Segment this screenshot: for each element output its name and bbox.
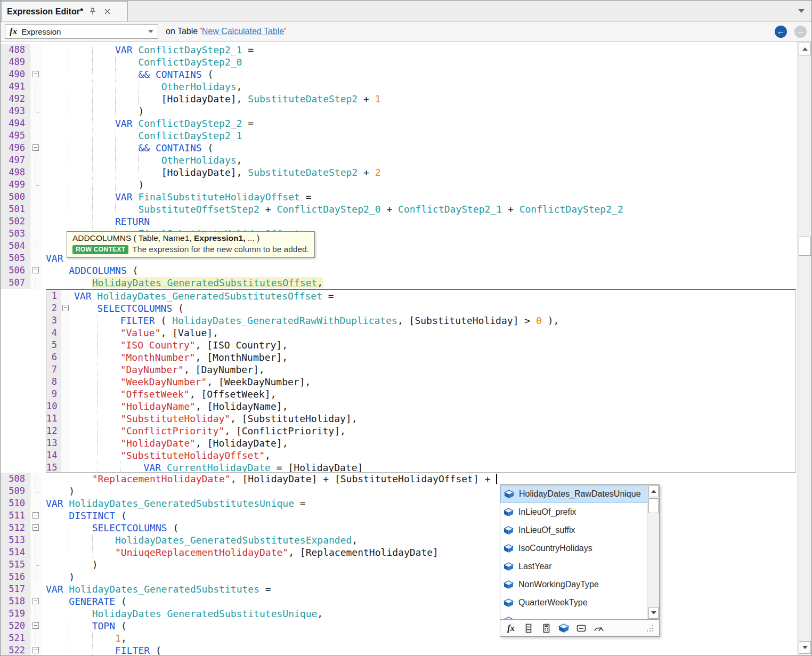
code-editor[interactable]: 488VAR ConflictDayStep2_1 =489ConflictDa…: [1, 42, 797, 656]
fold-collapse-icon[interactable]: [30, 644, 42, 656]
code-line[interactable]: 502RETURN: [1, 215, 797, 228]
scroll-up-icon[interactable]: [648, 485, 659, 497]
fold-collapse-icon[interactable]: [61, 302, 71, 314]
autocomplete-list: HolidayDates_RawDatesUnique InLieuOf_pre…: [500, 485, 659, 619]
tab-expression-editor[interactable]: Expression Editor*: [1, 1, 128, 21]
code-line[interactable]: 494VAR ConflictDayStep2_2 =: [1, 117, 797, 129]
code-line[interactable]: 6"MonthNumber", [MonthNumber],: [46, 351, 795, 363]
fold-margin: [30, 166, 42, 179]
code-line[interactable]: 15VAR CurrentHolidayDate = [HolidayDate]: [46, 461, 795, 473]
columns-filter-icon[interactable]: [523, 623, 534, 634]
fold-collapse-icon[interactable]: [30, 68, 42, 80]
code-line[interactable]: 14"SubstituteHolidayOffset",: [46, 449, 795, 461]
code-line[interactable]: 498[HolidayDate], SubstituteDateStep2 + …: [1, 166, 797, 179]
fold-margin: [30, 546, 42, 558]
code-text: HolidayDates_GeneratedSubstitutesOffset,: [42, 277, 797, 289]
line-number: 515: [1, 558, 30, 571]
code-line[interactable]: 510VAR HolidayDates_GeneratedSubstitutes…: [1, 497, 797, 509]
code-line[interactable]: 12"ConflictPriority", [ConflictPriority]…: [46, 425, 795, 437]
peek-definition-window: 1VAR HolidayDates_GeneratedSubstitutesOf…: [46, 289, 796, 473]
code-line[interactable]: 1VAR HolidayDates_GeneratedSubstitutesOf…: [46, 290, 795, 302]
code-line[interactable]: 495ConflictDayStep2_1: [1, 129, 797, 142]
code-line[interactable]: 513HolidayDates_GeneratedSubstitutesExpa…: [1, 534, 797, 546]
forward-icon[interactable]: →: [794, 26, 807, 38]
fold-collapse-icon[interactable]: [30, 264, 42, 277]
autocomplete-item[interactable]: HolidayDates_RawDatesUnique: [500, 485, 659, 503]
scrollbar-thumb[interactable]: [648, 498, 659, 513]
back-icon[interactable]: ←: [775, 26, 787, 38]
tables-filter-icon[interactable]: [558, 623, 569, 634]
code-text: VAR ConflictDayStep2_2 =: [42, 117, 797, 129]
fold-collapse-icon[interactable]: [30, 620, 42, 632]
code-text: "ISO Country", [ISO Country],: [71, 339, 795, 351]
code-line[interactable]: 514"UniuqeReplacementHolidayDate", [Repl…: [1, 546, 797, 558]
pin-icon[interactable]: [88, 7, 98, 17]
autocomplete-item[interactable]: NonWorkingDayType: [500, 576, 659, 594]
autocomplete-item[interactable]: InLieuOf_prefix: [500, 503, 659, 521]
code-line[interactable]: 5211,: [1, 632, 797, 644]
editor-scrollbar[interactable]: [797, 42, 812, 655]
code-line[interactable]: 516): [1, 571, 797, 583]
autocomplete-item[interactable]: LastYear: [500, 557, 659, 576]
fold-collapse-icon[interactable]: [30, 142, 42, 154]
code-line[interactable]: 496&& CONTAINS (: [1, 142, 797, 154]
fold-margin: [30, 191, 42, 203]
code-line[interactable]: 489ConflictDayStep2_0: [1, 56, 797, 68]
code-line[interactable]: 522FILTER (: [1, 644, 797, 656]
code-text: "MonthNumber", [MonthNumber],: [71, 351, 795, 363]
code-line[interactable]: 492[HolidayDate], SubstituteDateStep2 + …: [1, 93, 797, 105]
functions-filter-icon[interactable]: fx: [506, 623, 516, 634]
table-link[interactable]: New Calculated Table: [202, 27, 284, 36]
window-menu-caret-icon[interactable]: [798, 9, 805, 13]
scroll-down-icon[interactable]: [648, 607, 659, 619]
code-line[interactable]: 488VAR ConflictDayStep2_1 =: [1, 44, 797, 56]
code-line[interactable]: 507HolidayDates_GeneratedSubstitutesOffs…: [1, 277, 797, 289]
code-line[interactable]: 518GENERATE (: [1, 595, 797, 608]
code-line[interactable]: 508"ReplacementHolidayDate", [HolidayDat…: [1, 473, 797, 485]
code-line[interactable]: 515): [1, 558, 797, 571]
code-line[interactable]: 7"DayNumber", [DayNumber],: [46, 363, 795, 376]
kpis-filter-icon[interactable]: [594, 623, 604, 634]
fold-collapse-icon[interactable]: [30, 509, 42, 522]
autocomplete-item[interactable]: IsoCountryHolidays: [500, 539, 659, 557]
code-line[interactable]: 520TOPN (: [1, 620, 797, 632]
code-line[interactable]: 2SELECTCOLUMNS (: [46, 302, 795, 314]
fold-margin: [30, 117, 42, 129]
close-icon[interactable]: [102, 7, 112, 17]
code-line[interactable]: 500VAR FinalSubstituteHolidayOffset =: [1, 191, 797, 203]
autocomplete-item[interactable]: QuarterWeekType: [500, 594, 659, 612]
code-line[interactable]: 10"HolidayName", [HolidayName],: [46, 400, 795, 412]
autocomplete-scrollbar[interactable]: [647, 485, 659, 619]
code-line[interactable]: 493): [1, 105, 797, 117]
code-line[interactable]: 517VAR HolidayDates_GeneratedSubstitutes…: [1, 583, 797, 595]
fold-collapse-icon[interactable]: [30, 522, 42, 534]
code-line[interactable]: 491OtherHolidays,: [1, 80, 797, 93]
code-line[interactable]: 511DISTINCT (: [1, 509, 797, 522]
scrollbar-thumb[interactable]: [799, 237, 811, 256]
code-line[interactable]: 5"ISO Country", [ISO Country],: [46, 339, 795, 351]
fold-collapse-icon[interactable]: [30, 595, 42, 608]
expression-selector[interactable]: fx Expression: [5, 25, 158, 39]
code-line[interactable]: 9"OffsetWeek", [OffsetWeek],: [46, 388, 795, 400]
expression-editor-window: Expression Editor* fx Expression on Tabl…: [0, 0, 812, 656]
code-line[interactable]: 3FILTER ( HolidayDates_GeneratedRawWithD…: [46, 314, 795, 327]
code-line[interactable]: 497OtherHolidays,: [1, 154, 797, 166]
measures-filter-icon[interactable]: [576, 623, 587, 634]
calculated-columns-filter-icon[interactable]: [541, 623, 551, 634]
scroll-down-icon[interactable]: [799, 641, 811, 654]
code-line[interactable]: 501SubstituteOffsetStep2 + ConflictDaySt…: [1, 203, 797, 215]
code-line[interactable]: 13"HolidayDate", [HolidayDate],: [46, 437, 795, 449]
autocomplete-item[interactable]: InLieuOf_suffix: [500, 521, 659, 539]
code-line[interactable]: 490&& CONTAINS (: [1, 68, 797, 80]
code-line[interactable]: 512SELECTCOLUMNS (: [1, 522, 797, 534]
code-line[interactable]: 8"WeekDayNumber", [WeekDayNumber],: [46, 376, 795, 388]
resize-grip[interactable]: [646, 625, 654, 632]
code-line[interactable]: 509): [1, 485, 797, 497]
code-line[interactable]: 4"Value", [Value],: [46, 327, 795, 339]
code-line[interactable]: 506ADDCOLUMNS (: [1, 264, 797, 277]
code-line[interactable]: 519HolidayDates_GeneratedSubstitutesUniq…: [1, 608, 797, 620]
code-line[interactable]: 499): [1, 179, 797, 191]
code-line[interactable]: 11"SubstituteHoliday", [SubstituteHolida…: [46, 412, 795, 425]
scroll-up-icon[interactable]: [799, 43, 811, 55]
autocomplete-item[interactable]: [500, 612, 659, 619]
